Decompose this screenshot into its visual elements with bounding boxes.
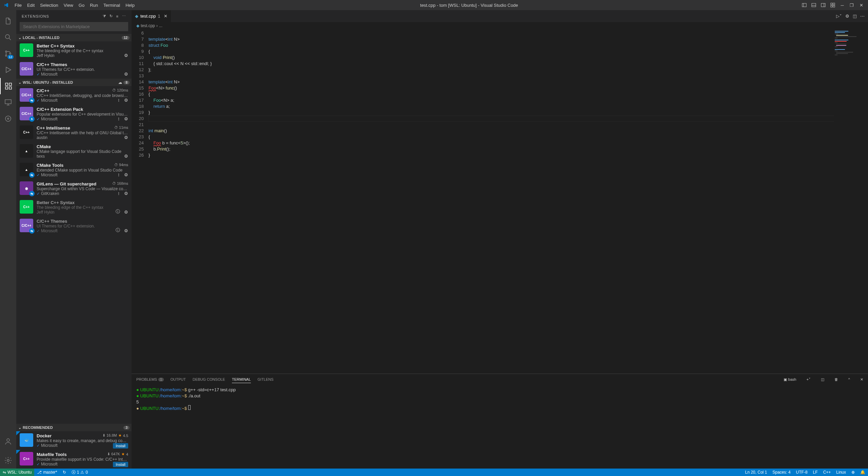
menu-view[interactable]: View	[61, 3, 76, 8]
menu-edit[interactable]: Edit	[24, 3, 37, 8]
section-wsl-installed[interactable]: ⌄ WSL: UBUNTU - INSTALLED ☁ 8	[16, 79, 132, 86]
clear-icon[interactable]: ≡	[116, 14, 119, 18]
remote-explorer-icon[interactable]	[0, 94, 16, 111]
customize-layout-icon[interactable]	[829, 2, 836, 8]
manage-gear-icon[interactable]: ⚙	[124, 98, 128, 103]
encoding[interactable]: UTF-8	[793, 469, 810, 476]
run-button-icon[interactable]: ▷˅	[836, 14, 842, 19]
manage-gear-icon[interactable]: ⚙	[124, 53, 128, 58]
terminal-content[interactable]: ● UBUNTU:/home/tom:~$ g++ -std=c++17 tes…	[132, 385, 868, 469]
maximize-panel-icon[interactable]: ^	[848, 377, 850, 381]
menu-run[interactable]: Run	[87, 3, 101, 8]
sync-changes[interactable]: ↻	[60, 469, 69, 476]
panel-tab-debug-console[interactable]: DEBUG CONSOLE	[193, 377, 225, 381]
section-local-installed[interactable]: ⌄ LOCAL - INSTALLED 12	[16, 34, 132, 41]
run-debug-icon[interactable]	[0, 62, 16, 78]
search-icon[interactable]	[0, 29, 16, 45]
indentation[interactable]: Spaces: 4	[770, 469, 793, 476]
extension-item[interactable]: C++ Better C++ Syntax The bleeding edge …	[16, 198, 132, 217]
menu-terminal[interactable]: Terminal	[101, 3, 123, 8]
filter-icon[interactable]: ⧩	[103, 14, 106, 18]
eol[interactable]: LF	[810, 469, 821, 476]
accounts-icon[interactable]	[0, 433, 16, 450]
manage-gear-icon[interactable]: ⚙	[124, 228, 128, 233]
tab-close-icon[interactable]: ✕	[164, 14, 167, 19]
split-editor-icon[interactable]: ◫	[853, 14, 857, 19]
tab-test-cpp[interactable]: ◆ test.cpp 1 ✕	[132, 10, 171, 22]
menu-selection[interactable]: Selection	[37, 3, 61, 8]
panel-tab-terminal[interactable]: TERMINAL	[232, 377, 251, 383]
extension-item[interactable]: C/C++⇋ C/C++ Themes UI Themes for C/C++ …	[16, 217, 132, 235]
extension-item[interactable]: C++ C++ Intellisense C/C++ Intellisense …	[16, 123, 132, 142]
breadcrumb[interactable]: ◆ test.cpp › ...	[132, 22, 868, 29]
menu-help[interactable]: Help	[123, 3, 137, 8]
feedback-icon[interactable]: ⊕	[849, 469, 857, 476]
panel-tab-output[interactable]: OUTPUT	[171, 377, 186, 381]
extensions-icon[interactable]	[0, 78, 16, 94]
info-icon[interactable]: ⓘ	[116, 209, 120, 215]
cloud-download-icon[interactable]: ☁	[118, 80, 122, 85]
extension-item[interactable]: ◉⇋ GitLens — Git supercharged Supercharg…	[16, 179, 132, 198]
extension-item[interactable]: C/C++6 C/C++ Extension Pack Popular exte…	[16, 105, 132, 123]
remote-install-icon[interactable]: ⫶	[118, 116, 120, 121]
minimize-icon[interactable]: ─	[839, 2, 846, 8]
source-control-icon[interactable]: 12	[0, 45, 16, 62]
extension-item[interactable]: C++ Makefile Tools Provide makefile supp…	[16, 450, 132, 469]
breadcrumb-item[interactable]: test.cpp	[141, 23, 155, 28]
code-content[interactable]: template<int N>struct Foo{ void Print() …	[149, 29, 834, 374]
remote-install-icon[interactable]: ⫶	[118, 172, 120, 177]
toggle-primary-sidebar-icon[interactable]	[801, 2, 808, 8]
extension-item[interactable]: C/C++ C/C++ Themes UI Themes for C/C++ e…	[16, 60, 132, 79]
gitlens-icon[interactable]	[0, 111, 16, 127]
extension-item[interactable]: ▲ CMake CMake langage support for Visual…	[16, 142, 132, 161]
install-button[interactable]: Install	[113, 462, 128, 467]
manage-gear-icon[interactable]: ⚙	[124, 135, 128, 140]
remote-install-icon[interactable]: ⫶	[118, 191, 120, 196]
os-indicator[interactable]: Linux	[833, 469, 849, 476]
remote-install-icon[interactable]: ⫶	[118, 98, 120, 103]
editor-more-icon[interactable]: ⋯	[860, 14, 865, 19]
info-icon[interactable]: ⓘ	[116, 227, 120, 233]
explorer-icon[interactable]	[0, 13, 16, 29]
settings-gear-icon[interactable]	[0, 452, 16, 469]
refresh-icon[interactable]: ↻	[110, 14, 113, 18]
manage-gear-icon[interactable]: ⚙	[124, 210, 128, 215]
manage-gear-icon[interactable]: ⚙	[124, 116, 128, 121]
new-terminal-icon[interactable]: +˅	[806, 377, 810, 382]
more-icon[interactable]: ⋯	[122, 14, 126, 18]
error-icon: ⓧ	[72, 470, 76, 475]
manage-gear-icon[interactable]: ⚙	[124, 191, 128, 196]
remote-indicator[interactable]: ⇋WSL: Ubuntu	[0, 469, 34, 476]
section-recommended[interactable]: ⌄ RECOMMENDED 3	[16, 424, 132, 431]
code-editor[interactable]: 67891011121314151617181920212223242526 t…	[132, 29, 868, 374]
extensions-search-input[interactable]	[20, 22, 128, 31]
manage-gear-icon[interactable]: ⚙	[124, 154, 128, 159]
toggle-panel-icon[interactable]	[810, 2, 817, 8]
editor-settings-icon[interactable]: ⚙	[845, 14, 849, 19]
panel-tab-gitlens[interactable]: GITLENS	[258, 377, 274, 381]
install-button[interactable]: Install	[113, 443, 128, 449]
menu-go[interactable]: Go	[76, 3, 87, 8]
terminal-shell-icon[interactable]: ▣ bash	[784, 377, 796, 382]
extension-item[interactable]: 🐳 Docker Makes it easy to create, manage…	[16, 431, 132, 450]
maximize-icon[interactable]: ❐	[848, 2, 855, 8]
split-terminal-icon[interactable]: ◫	[821, 377, 824, 382]
notifications-icon[interactable]: 🔔	[857, 469, 868, 476]
close-icon[interactable]: ✕	[858, 2, 865, 8]
git-branch[interactable]: ⎇master*	[34, 469, 60, 476]
close-panel-icon[interactable]: ✕	[860, 377, 863, 382]
cursor-position[interactable]: Ln 20, Col 1	[743, 469, 770, 476]
menu-file[interactable]: File	[12, 3, 24, 8]
panel-tab-problems[interactable]: PROBLEMS1	[136, 377, 164, 381]
breadcrumb-item[interactable]: ...	[159, 23, 162, 28]
minimap[interactable]	[834, 29, 868, 374]
problems-status[interactable]: ⓧ1⚠0	[69, 469, 91, 476]
manage-gear-icon[interactable]: ⚙	[124, 172, 128, 177]
extension-item[interactable]: ▲⇋ CMake Tools Extended CMake support in…	[16, 161, 132, 179]
toggle-secondary-sidebar-icon[interactable]	[820, 2, 827, 8]
extension-item[interactable]: C++ Better C++ Syntax The bleeding edge …	[16, 41, 132, 60]
extension-item[interactable]: C/C++⇋ C/C++ C/C++ IntelliSense, debuggi…	[16, 86, 132, 105]
kill-terminal-icon[interactable]: 🗑	[834, 377, 838, 381]
language-mode[interactable]: C++	[821, 469, 834, 476]
manage-gear-icon[interactable]: ⚙	[124, 72, 128, 77]
